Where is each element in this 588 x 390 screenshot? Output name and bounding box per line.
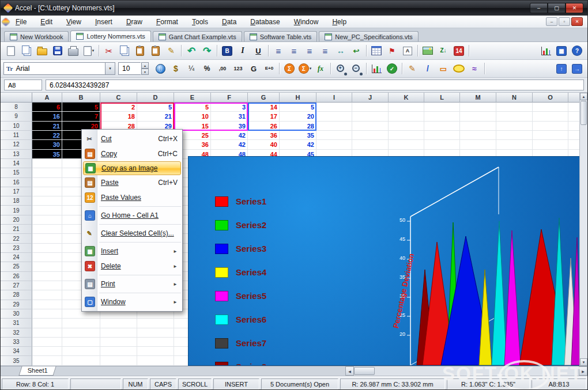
- row-header-15[interactable]: 15: [1, 168, 32, 177]
- cell-G8[interactable]: 14: [248, 103, 280, 112]
- cell-P9[interactable]: [568, 112, 581, 121]
- context-menu-item-clear-selected-cell-s[interactable]: ✎Clear Selected Cell(s)...: [82, 226, 182, 241]
- row-header-28[interactable]: 28: [1, 290, 32, 300]
- cell-A12[interactable]: 30: [32, 140, 62, 149]
- align-right-button[interactable]: ≡: [302, 43, 317, 58]
- menu-database[interactable]: Database: [243, 17, 287, 27]
- cell-P12[interactable]: [568, 140, 581, 149]
- paste-button[interactable]: [133, 43, 148, 58]
- menu-insert[interactable]: Insert: [88, 17, 119, 27]
- cell-D31[interactable]: [137, 319, 174, 328]
- doc-tab-new-workbook[interactable]: New Workbook: [4, 31, 69, 41]
- cell-N8[interactable]: [496, 103, 533, 112]
- cell-K10[interactable]: [389, 122, 424, 131]
- col-header-L[interactable]: L: [424, 93, 460, 103]
- paste-special-button[interactable]: [148, 43, 163, 58]
- cell-I12[interactable]: [316, 140, 352, 149]
- cell-L10[interactable]: [424, 122, 460, 131]
- minimize-button[interactable]: –: [530, 3, 548, 13]
- menu-file[interactable]: File: [9, 17, 33, 27]
- zoom-in-button[interactable]: [333, 61, 348, 76]
- doc-tab-new-pc-specifications-vts[interactable]: New_PC_Specifications.vts: [319, 31, 419, 41]
- cell-O10[interactable]: [533, 122, 568, 131]
- menu-view[interactable]: View: [59, 17, 88, 27]
- context-menu-item-paste[interactable]: ▤PasteCtrl+V: [82, 175, 182, 190]
- bold-button[interactable]: B: [220, 43, 235, 58]
- cell-M10[interactable]: [460, 122, 496, 131]
- send-document-button[interactable]: →: [570, 61, 585, 76]
- cell-K11[interactable]: [389, 131, 424, 140]
- export-document-button[interactable]: ↑: [554, 61, 569, 76]
- row-header-10[interactable]: 10: [1, 122, 32, 131]
- cell-O9[interactable]: [533, 112, 568, 121]
- col-header-F[interactable]: F: [211, 93, 248, 103]
- cell-B31[interactable]: [62, 319, 100, 328]
- cell-A26[interactable]: [32, 272, 62, 281]
- col-header-C[interactable]: C: [100, 93, 137, 103]
- row-header-32[interactable]: 32: [1, 328, 32, 338]
- cell-M11[interactable]: [460, 131, 496, 140]
- redo-button[interactable]: ↷: [199, 43, 214, 58]
- row-header-26[interactable]: 26: [1, 272, 32, 281]
- cell-A30[interactable]: [32, 309, 62, 319]
- select-all-corner[interactable]: [1, 93, 32, 103]
- save-file-button[interactable]: [50, 43, 65, 58]
- cell-A31[interactable]: [32, 319, 62, 328]
- cell-H10[interactable]: 28: [280, 122, 316, 131]
- align-left-button[interactable]: ≡: [271, 43, 286, 58]
- row-header-8[interactable]: 8: [1, 103, 32, 112]
- context-menu-item-delete[interactable]: ✖Delete►: [82, 259, 182, 274]
- row-header-31[interactable]: 31: [1, 319, 32, 328]
- context-menu-item-cut[interactable]: ✂CutCtrl+X: [82, 131, 182, 146]
- cell-A10[interactable]: 21: [32, 122, 62, 131]
- row-header-34[interactable]: 34: [1, 347, 32, 356]
- cell-B33[interactable]: [62, 338, 100, 347]
- cell-D33[interactable]: [137, 338, 174, 347]
- draw-rectangle-button[interactable]: ▭: [436, 61, 451, 76]
- row-header-22[interactable]: 22: [1, 234, 32, 243]
- vertical-scroll-track[interactable]: [580, 126, 587, 358]
- cell-C8[interactable]: 2: [100, 103, 137, 112]
- cell-K8[interactable]: [389, 103, 424, 112]
- col-header-D[interactable]: D: [137, 93, 174, 103]
- row-header-25[interactable]: 25: [1, 262, 32, 271]
- scroll-up-icon[interactable]: ▲: [580, 93, 587, 100]
- protect-sheet-button[interactable]: ✓: [385, 61, 399, 76]
- format-painter-button[interactable]: ✎: [164, 43, 179, 58]
- cell-C31[interactable]: [100, 319, 137, 328]
- cell-K12[interactable]: [389, 140, 424, 149]
- cell-H9[interactable]: 20: [280, 112, 316, 121]
- size-up-icon[interactable]: ▲: [141, 62, 149, 69]
- cell-M9[interactable]: [460, 112, 496, 121]
- cell-A25[interactable]: [32, 262, 62, 271]
- cell-G9[interactable]: 17: [248, 112, 280, 121]
- row-header-29[interactable]: 29: [1, 300, 32, 309]
- draw-freeform-button[interactable]: ≈: [467, 61, 482, 76]
- font-size-input[interactable]: 10: [118, 62, 141, 75]
- draw-pencil-button[interactable]: ✎: [405, 61, 420, 76]
- insert-name-button[interactable]: ⚑: [385, 43, 399, 58]
- cell-C35[interactable]: [100, 356, 137, 365]
- row-header-24[interactable]: 24: [1, 253, 32, 262]
- cell-G12[interactable]: 40: [248, 140, 280, 149]
- database-manager-button[interactable]: ▦: [554, 43, 569, 58]
- cell-C33[interactable]: [100, 338, 137, 347]
- font-select[interactable]: Tr Arial ▾: [3, 62, 115, 75]
- decimal-format-button[interactable]: ,00: [215, 61, 230, 76]
- cell-A32[interactable]: [32, 328, 62, 338]
- col-header-K[interactable]: K: [389, 93, 424, 103]
- row-header-27[interactable]: 27: [1, 281, 32, 290]
- mdi-restore-button[interactable]: ▫: [559, 17, 570, 26]
- row-header-21[interactable]: 21: [1, 225, 32, 234]
- cell-A15[interactable]: [32, 168, 62, 177]
- vertical-scroll-thumb[interactable]: [581, 101, 587, 125]
- cell-I10[interactable]: [316, 122, 352, 131]
- cell-L8[interactable]: [424, 103, 460, 112]
- new-document-button[interactable]: [3, 43, 18, 58]
- cell-L11[interactable]: [424, 131, 460, 140]
- row-header-14[interactable]: 14: [1, 159, 32, 168]
- doc-tab-gant-chart-example-vts[interactable]: Gant Chart Example.vts: [153, 31, 242, 41]
- cell-A29[interactable]: [32, 300, 62, 309]
- align-center-button[interactable]: ≡: [287, 43, 301, 58]
- sheet-tab[interactable]: Sheet1: [18, 366, 56, 376]
